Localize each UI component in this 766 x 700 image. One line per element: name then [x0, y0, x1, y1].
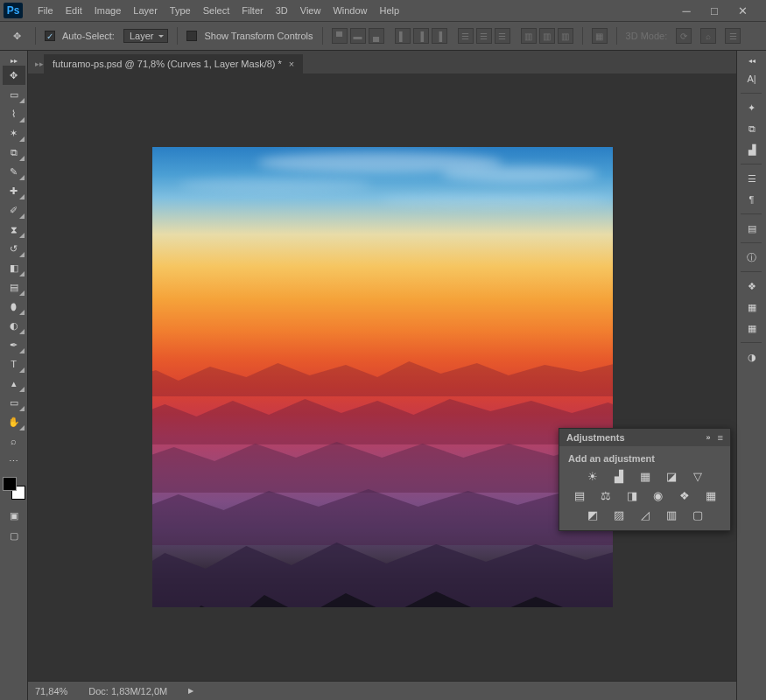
menu-type[interactable]: Type — [164, 3, 197, 18]
tab-collapse-handle[interactable]: ▸▸ — [35, 54, 44, 74]
adjustments-panel-header[interactable]: Adjustments » ≡ — [559, 429, 730, 446]
properties-panel-icon[interactable]: ☰ — [741, 168, 763, 189]
move-tool[interactable]: ✥ — [3, 66, 25, 85]
type-tool[interactable]: T — [3, 354, 25, 374]
exposure-icon[interactable]: ◪ — [664, 469, 679, 483]
blur-tool[interactable]: ⬮ — [3, 297, 25, 316]
black-white-icon[interactable]: ◨ — [624, 488, 640, 502]
brightness-contrast-icon[interactable]: ☀ — [585, 469, 601, 483]
photo-filter-icon[interactable]: ◉ — [650, 488, 666, 502]
show-transform-checkbox[interactable]: Show Transform Controls — [186, 31, 313, 41]
menu-edit[interactable]: Edit — [60, 3, 88, 18]
panel-dock: ◂◂ A|✦⧉▟☰¶▤ⓘ❖▦▦◑ — [736, 51, 766, 700]
levels-icon[interactable]: ▟ — [611, 469, 627, 483]
distribute-hcenter-icon: ▥ — [539, 28, 555, 44]
eyedropper-tool[interactable]: ✎ — [3, 162, 25, 181]
heal-tool[interactable]: ✚ — [3, 181, 25, 200]
minimize-button[interactable]: ─ — [680, 4, 692, 17]
menu-view[interactable]: View — [294, 3, 327, 18]
menu-window[interactable]: Window — [327, 3, 373, 18]
close-button[interactable]: ✕ — [736, 4, 748, 17]
eraser-tool[interactable]: ◧ — [3, 258, 25, 277]
menu-image[interactable]: Image — [88, 3, 128, 18]
panel-separator — [741, 271, 762, 272]
color-swatches[interactable] — [3, 477, 25, 500]
color-lookup-icon[interactable]: ▦ — [703, 488, 719, 502]
menu-help[interactable]: Help — [374, 3, 406, 18]
collapse-handle[interactable]: ◂◂ — [741, 56, 763, 65]
document-tab[interactable]: futuramo-ps.psd @ 71,8% (Curves 1, Layer… — [44, 54, 303, 74]
more-tools[interactable]: ⋯ — [3, 452, 25, 471]
menu-select[interactable]: Select — [197, 3, 236, 18]
menu-3d[interactable]: 3D — [270, 3, 294, 18]
gradient-tool[interactable]: ▤ — [3, 277, 25, 297]
history-brush-tool[interactable]: ↺ — [3, 239, 25, 258]
levels-panel-icon[interactable]: ▟ — [741, 139, 763, 160]
posterize-icon[interactable]: ▨ — [611, 508, 627, 522]
zoom-tool[interactable]: ⌕ — [3, 431, 25, 451]
align-hcenter-icon: ▐ — [413, 28, 429, 44]
notes-panel-icon[interactable]: ▤ — [741, 218, 763, 239]
menu-filter[interactable]: Filter — [235, 3, 269, 18]
gradient-map-icon[interactable]: ▥ — [664, 508, 679, 522]
paragraph-panel-icon[interactable]: ¶ — [741, 189, 763, 210]
invert-icon[interactable]: ◩ — [585, 508, 601, 522]
hand-tool[interactable]: ✋ — [3, 412, 25, 431]
curves-icon[interactable]: ▦ — [637, 469, 653, 483]
checkbox-icon — [45, 31, 55, 41]
menu-file[interactable]: File — [32, 3, 60, 18]
character-panel-icon[interactable]: A| — [741, 68, 763, 89]
3d-pan-icon: ⌕ — [700, 28, 716, 44]
checkbox-icon — [186, 31, 197, 41]
selective-color-icon[interactable]: ▢ — [690, 508, 706, 522]
close-tab-icon[interactable]: × — [289, 59, 294, 69]
menu-layer[interactable]: Layer — [127, 3, 164, 18]
auto-select-checkbox[interactable]: Auto-Select: — [45, 31, 115, 41]
dodge-tool[interactable]: ◐ — [3, 316, 25, 335]
panel-menu-icon[interactable]: ≡ — [718, 432, 723, 443]
stamp-tool[interactable]: ⧗ — [3, 220, 25, 239]
window-controls: ─ □ ✕ — [680, 4, 762, 17]
quick-mask-button[interactable]: ▣ — [3, 506, 25, 525]
vibrance-icon[interactable]: ▽ — [690, 469, 706, 483]
crop-tool[interactable]: ⧉ — [3, 143, 25, 162]
document-tabs: ▸▸ futuramo-ps.psd @ 71,8% (Curves 1, La… — [28, 51, 736, 74]
separator — [177, 27, 178, 45]
align-top-icon: ▀ — [332, 28, 348, 44]
info-panel-icon[interactable]: ⓘ — [741, 247, 763, 268]
channels-panel-icon[interactable]: ▦ — [741, 297, 763, 318]
marquee-tool[interactable]: ▭ — [3, 85, 25, 104]
hue-saturation-icon[interactable]: ▤ — [572, 488, 587, 502]
histogram-panel-icon[interactable]: ⧉ — [741, 118, 763, 139]
panel-separator — [741, 214, 762, 214]
auto-select-label: Auto-Select: — [62, 31, 115, 41]
adjustments-panel-icon[interactable]: ◑ — [741, 346, 763, 368]
collapse-handle[interactable]: ▸▸ — [3, 56, 25, 65]
shape-tool[interactable]: ▭ — [3, 393, 25, 412]
color-balance-icon[interactable]: ⚖ — [598, 488, 614, 502]
document-canvas[interactable] — [152, 147, 613, 607]
pen-tool[interactable]: ✒ — [3, 335, 25, 354]
auto-select-target-dropdown[interactable]: Layer — [123, 29, 169, 43]
paths-panel-icon[interactable]: ▦ — [741, 318, 763, 339]
zoom-level[interactable]: 71,84% — [35, 686, 67, 696]
status-menu-icon[interactable]: ▶ — [188, 687, 193, 695]
channel-mixer-icon[interactable]: ❖ — [677, 488, 692, 502]
canvas-area[interactable] — [28, 74, 736, 681]
brush-tool[interactable]: ✐ — [3, 200, 25, 220]
collapse-icon[interactable]: » — [706, 433, 711, 442]
navigator-panel-icon[interactable]: ✦ — [741, 97, 763, 118]
distribute-vcenter-icon: ☰ — [476, 28, 492, 44]
wand-tool[interactable]: ✶ — [3, 123, 25, 143]
doc-info[interactable]: Doc: 1,83M/12,0M — [88, 686, 167, 696]
path-select-tool[interactable]: ▴ — [3, 374, 25, 393]
lasso-tool[interactable]: ⌇ — [3, 104, 25, 123]
threshold-icon[interactable]: ◿ — [637, 508, 653, 522]
maximize-button[interactable]: □ — [708, 4, 720, 17]
status-bar: 71,84% Doc: 1,83M/12,0M ▶ — [28, 681, 736, 700]
mode3d-label: 3D Mode: — [626, 31, 668, 41]
adjustments-panel[interactable]: Adjustments » ≡ Add an adjustment ☀ ▟ ▦ … — [559, 428, 731, 531]
layers-panel-icon[interactable]: ❖ — [741, 276, 763, 297]
foreground-swatch[interactable] — [3, 477, 17, 491]
screen-mode-button[interactable]: ▢ — [3, 526, 25, 545]
